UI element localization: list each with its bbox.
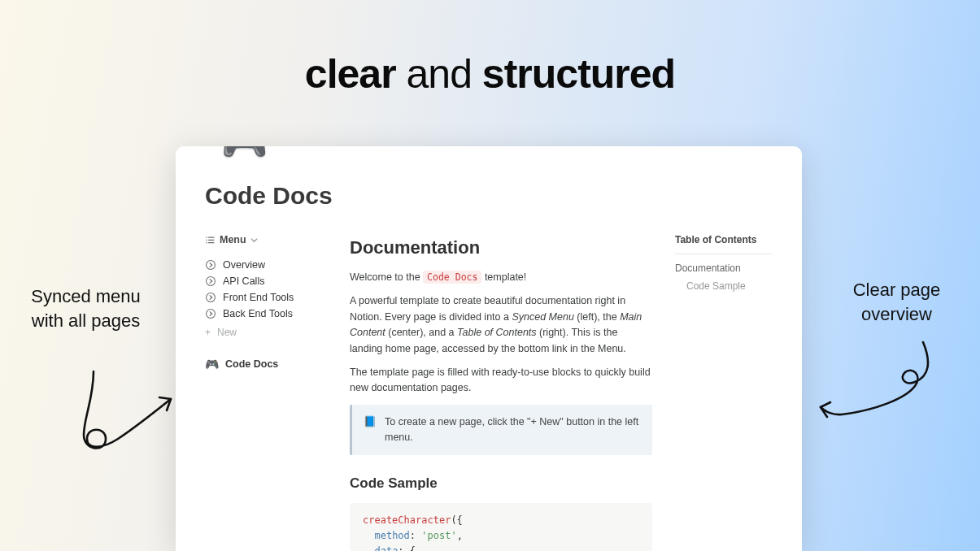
table-of-contents: Table of Contents Documentation Code Sam…	[675, 234, 773, 551]
section-heading-documentation: Documentation	[350, 234, 652, 262]
arrow-left-icon	[45, 362, 183, 467]
section-heading-code-sample: Code Sample	[350, 473, 652, 494]
chevron-down-icon	[250, 236, 258, 244]
sidebar-item-back-end[interactable]: Back End Tools	[205, 306, 327, 322]
callout-text: To create a new page, click the "+ New" …	[385, 414, 641, 446]
headline: clear and structured	[0, 50, 980, 98]
book-icon: 📘	[364, 414, 377, 430]
page-title: Code Docs	[205, 182, 773, 210]
description-paragraph-2: The template page is filled with ready-t…	[350, 365, 652, 397]
sidebar-item-label: Front End Tools	[223, 292, 294, 303]
menu-footer-label: Code Docs	[225, 358, 278, 370]
annotation-left: Synced menu with all pages	[15, 284, 157, 332]
arrow-right-circle-icon	[205, 308, 216, 319]
callout: 📘 To create a new page, click the "+ New…	[350, 405, 652, 456]
sidebar-item-label: API Calls	[223, 276, 264, 287]
arrow-right-circle-icon	[205, 276, 216, 287]
inline-code: Code Docs	[423, 271, 481, 284]
toc-item-documentation[interactable]: Documentation	[675, 262, 773, 274]
svg-point-5	[207, 310, 216, 319]
gamepad-icon: 🎮	[205, 358, 219, 371]
plus-icon: +	[205, 327, 211, 338]
headline-bold-1: clear	[305, 51, 396, 97]
sidebar-item-label: Back End Tools	[223, 308, 293, 319]
svg-point-3	[207, 277, 216, 286]
annotation-right: Clear page overview	[838, 278, 956, 326]
sidebar-item-api-calls[interactable]: API Calls	[205, 273, 327, 289]
svg-point-4	[207, 293, 216, 302]
toc-item-code-sample[interactable]: Code Sample	[675, 280, 773, 292]
intro-paragraph: Welcome to the Code Docs template!	[350, 270, 652, 285]
sidebar-item-front-end[interactable]: Front End Tools	[205, 289, 327, 306]
menu-header-label: Menu	[220, 234, 246, 245]
menu-toggle[interactable]: Menu	[205, 234, 327, 245]
menu-home-link[interactable]: 🎮 Code Docs	[205, 358, 327, 371]
description-paragraph-1: A powerful template to create beautiful …	[350, 293, 652, 357]
notion-window: 🎮 🎮 Code Docs Menu Overview	[176, 146, 802, 551]
sidebar-item-label: Overview	[223, 259, 265, 271]
arrow-right-circle-icon	[205, 259, 216, 271]
arrow-right-icon	[809, 329, 947, 435]
headline-bold-2: structured	[482, 51, 675, 97]
menu-new-button[interactable]: + New	[205, 327, 327, 338]
headline-plain: and	[396, 51, 482, 97]
toc-title: Table of Contents	[675, 234, 773, 254]
menu-new-label: New	[217, 327, 237, 338]
list-icon	[205, 235, 216, 245]
sidebar-item-overview[interactable]: Overview	[205, 257, 327, 273]
svg-point-2	[207, 261, 216, 270]
main-content: Documentation Welcome to the Code Docs t…	[350, 234, 652, 551]
page-icon[interactable]: 🎮	[221, 146, 268, 161]
code-block[interactable]: createCharacter({ method: 'post', data: …	[350, 503, 652, 551]
arrow-right-circle-icon	[205, 292, 216, 303]
synced-menu: Menu Overview API Calls Front End Tools	[205, 234, 327, 551]
